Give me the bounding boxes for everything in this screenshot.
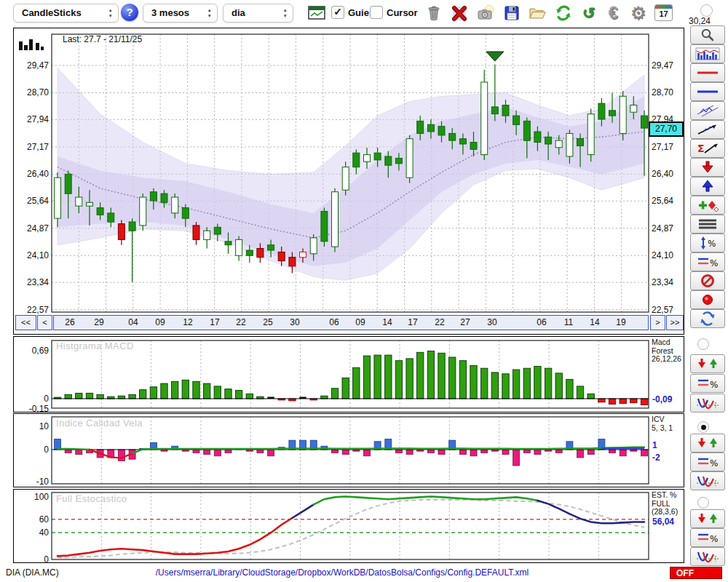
timeframe-value: dia <box>232 7 245 18</box>
nav-date-label: 30 <box>483 316 502 330</box>
stochastic-signals-button[interactable] <box>690 509 725 528</box>
macd-signals-button[interactable] <box>690 354 725 373</box>
nav-date-label: 06 <box>532 316 551 330</box>
macd-panel-radio[interactable] <box>697 338 709 350</box>
macd-curves-button[interactable] <box>690 394 725 412</box>
period-select[interactable]: 3 mesos ▲▼ <box>143 4 218 23</box>
record-dot-icon <box>695 292 721 307</box>
save-button[interactable] <box>502 3 521 23</box>
nav-date-label: 12 <box>178 316 197 330</box>
vertical-percent-tool-button[interactable]: % <box>690 234 725 252</box>
red-line-tool-button[interactable] <box>690 63 725 82</box>
three-rows-icon <box>695 217 721 231</box>
sync-arrows-icon <box>695 311 721 326</box>
svg-text:%: % <box>710 380 718 390</box>
calendar-button[interactable]: 17 <box>654 3 673 23</box>
question-icon: ? <box>126 6 132 18</box>
nav-date-label: 09 <box>351 316 370 330</box>
up-arrow-tool-button[interactable] <box>690 177 725 196</box>
y-tick-label: 22,57 <box>15 304 49 316</box>
undo-button[interactable]: ↺ <box>579 3 598 23</box>
lines-percent-icon: % <box>695 530 721 545</box>
toolbar-radio[interactable] <box>700 4 713 17</box>
help-button[interactable]: ? <box>121 4 138 21</box>
svg-text:Σ: Σ <box>697 143 705 154</box>
stochastic-watermark: Full Estocastico <box>56 493 127 504</box>
channel-icon <box>695 103 721 118</box>
stochastic-panel: Full Estocastico EST. % FULL (28,3,6) 56… <box>13 489 684 563</box>
forbidden-tool-button[interactable] <box>690 271 725 290</box>
nav-date-label: 27 <box>456 316 475 330</box>
calendar-icon: 17 <box>654 4 673 21</box>
camera-icon <box>475 4 494 23</box>
delete-x-icon <box>450 4 469 23</box>
nav-next-button[interactable]: > <box>650 315 665 330</box>
nav-last-button[interactable]: >> <box>666 315 684 330</box>
zoom-tool-button[interactable] <box>690 25 725 44</box>
trendline-arrow-icon <box>695 122 721 137</box>
clipped-price-tick: 30,24 <box>689 16 711 26</box>
y-tick-label: 29,47 <box>652 60 682 71</box>
nav-date-label: 17 <box>205 316 224 330</box>
icv-panel-radio[interactable] <box>697 421 709 433</box>
macd-last-value: -0,09 <box>652 394 672 404</box>
sync-tool-button[interactable] <box>690 309 725 328</box>
add-signal-tool-button[interactable] <box>690 196 725 215</box>
blue-line-icon <box>695 84 721 99</box>
open-button[interactable] <box>527 3 547 23</box>
nav-first-button[interactable]: << <box>15 315 36 330</box>
chevron-updown-icon: ▲▼ <box>207 7 212 18</box>
settings-button[interactable]: ⚙ <box>628 3 648 23</box>
y-tick-label: 29,47 <box>15 60 49 71</box>
mini-chart-button[interactable] <box>306 3 326 23</box>
updown-arrows-icon <box>695 436 721 450</box>
stochastic-percent-button[interactable]: % <box>690 528 725 547</box>
config-path[interactable]: /Users/mserra/Library/CloudStorage/Dropb… <box>0 567 684 578</box>
stochastic-curves-button[interactable] <box>690 547 725 566</box>
nav-prev-button[interactable]: < <box>37 315 52 330</box>
stochastic-panel-radio[interactable] <box>697 497 709 509</box>
gear-icon: ⚙ <box>628 4 648 23</box>
icv-curves-button[interactable] <box>690 471 725 490</box>
y-tick-label: 22,57 <box>652 304 682 316</box>
refresh-button[interactable] <box>553 3 573 23</box>
y-tick-label: 24,87 <box>15 223 49 234</box>
sum-trendline-tool-button[interactable]: Σ <box>690 139 725 158</box>
lines-percent-tool-button[interactable]: % <box>690 252 725 271</box>
price-chart-canvas[interactable] <box>14 28 682 315</box>
nav-date-label: 14 <box>585 316 604 330</box>
delete-button[interactable] <box>449 3 469 23</box>
y-tick-label: 26,40 <box>15 168 49 180</box>
icv-percent-button[interactable]: % <box>690 453 725 471</box>
trash-button[interactable] <box>424 3 443 23</box>
snapshot-button[interactable] <box>475 3 494 23</box>
record-state-badge[interactable]: OFF <box>670 567 722 579</box>
y-tick-label: 24,87 <box>652 223 682 234</box>
chart-style-button[interactable] <box>690 44 725 63</box>
rows-tool-button[interactable] <box>690 215 725 234</box>
record-tool-button[interactable] <box>690 290 725 309</box>
blue-line-tool-button[interactable] <box>690 82 725 101</box>
chart-type-select[interactable]: CandleSticks ▲▼ <box>13 4 119 23</box>
y-tick-label: 26,40 <box>652 168 682 180</box>
down-arrow-tool-button[interactable] <box>690 158 725 177</box>
channel-tool-button[interactable] <box>690 101 725 120</box>
nav-date-label: 22 <box>232 316 250 330</box>
y-tick-label: 0,69 <box>15 345 49 356</box>
symbol-label: DIA (DIA.MC) <box>6 567 59 578</box>
histogram-style-icon[interactable] <box>18 37 47 53</box>
nav-date-strip[interactable]: 2629040912172225300609141722273006111419 <box>53 315 649 330</box>
y-tick-label: 40 <box>15 527 49 538</box>
undo-arrow-icon: ↺ <box>579 4 598 23</box>
guies-checkbox[interactable]: ✓ <box>331 6 344 19</box>
svg-text:%: % <box>710 258 718 268</box>
timeframe-select[interactable]: dia ▲▼ <box>223 4 293 23</box>
currency-button[interactable]: € <box>604 3 623 23</box>
lines-percent-icon: % <box>695 376 721 391</box>
macd-percent-button[interactable]: % <box>690 374 725 393</box>
floppy-disk-icon <box>502 4 521 23</box>
cursor-checkbox[interactable] <box>370 6 383 19</box>
trendline-tool-button[interactable] <box>690 120 725 139</box>
icv-signals-button[interactable] <box>690 434 725 453</box>
lines-percent-icon: % <box>695 255 721 269</box>
